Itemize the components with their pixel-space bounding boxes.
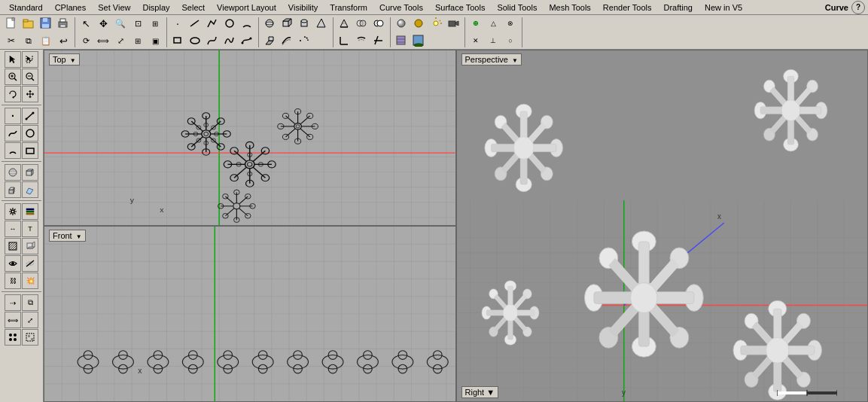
viewport-front[interactable]: x Front ▼ xyxy=(44,226,456,402)
tool-annotation[interactable]: T xyxy=(22,221,38,237)
tool-arc-draw[interactable] xyxy=(5,142,21,159)
toolbar-print[interactable] xyxy=(55,15,72,32)
toolbar-interpolate[interactable] xyxy=(239,32,255,49)
viewport-perspective-label[interactable]: Perspective ▼ xyxy=(461,53,522,65)
menu-viewport-layout[interactable]: Viewport Layout xyxy=(211,2,282,14)
tool-join[interactable]: ⛓ xyxy=(5,273,21,289)
tool-group-obj[interactable] xyxy=(22,329,38,346)
tool-select-window[interactable] xyxy=(22,51,38,68)
menu-select[interactable]: Select xyxy=(176,2,212,14)
tool-move[interactable]: ⇢ xyxy=(5,294,21,311)
toolbar-box[interactable] xyxy=(279,15,295,32)
tool-hide[interactable] xyxy=(22,255,38,272)
tool-line-draw[interactable] xyxy=(22,108,38,124)
tool-settings[interactable] xyxy=(5,203,21,220)
toolbar-revolve[interactable] xyxy=(296,32,312,49)
menu-solid-tools[interactable]: Solid Tools xyxy=(491,2,543,14)
toolbar-cut[interactable]: ✂ xyxy=(3,32,20,49)
toolbar-scale[interactable]: ⤢ xyxy=(112,32,129,49)
toolbar-circle[interactable] xyxy=(221,15,238,32)
toolbar-undo[interactable]: ↩ xyxy=(55,32,72,49)
toolbar-cylinder[interactable] xyxy=(296,15,312,32)
toolbar-camera[interactable] xyxy=(445,15,461,32)
tool-dim[interactable]: ↔ xyxy=(5,221,21,237)
tool-hatch[interactable] xyxy=(5,238,21,254)
tool-curve-draw[interactable] xyxy=(5,125,21,142)
toolbar-light[interactable] xyxy=(428,15,444,32)
help-button[interactable]: ? xyxy=(851,1,865,14)
toolbar-extrude[interactable] xyxy=(261,32,278,49)
tool-box-3d[interactable] xyxy=(22,164,38,181)
toolbar-mesh[interactable] xyxy=(336,15,352,32)
toolbar-line[interactable] xyxy=(187,15,203,32)
toolbar-zoom-extents[interactable]: ⊡ xyxy=(129,15,146,32)
toolbar-snap-int[interactable]: ✕ xyxy=(468,32,484,49)
toolbar-new[interactable] xyxy=(3,15,20,32)
toolbar-snap-near[interactable]: ⊗ xyxy=(502,15,519,32)
toolbar-point[interactable]: · xyxy=(169,15,186,32)
toolbar-snap-tan[interactable]: ○ xyxy=(502,32,519,49)
tool-circle-draw[interactable] xyxy=(22,125,38,142)
toolbar-sphere[interactable] xyxy=(261,15,278,32)
tool-sphere-3d[interactable] xyxy=(5,164,21,181)
menu-surface-tools[interactable]: Surface Tools xyxy=(429,2,491,14)
viewport-top[interactable]: y x xyxy=(44,50,456,226)
menu-visibility[interactable]: Visibility xyxy=(282,2,324,14)
tool-mirror-obj[interactable]: ⟺ xyxy=(5,312,21,328)
tool-rect-draw[interactable] xyxy=(22,142,38,159)
tool-layer[interactable] xyxy=(22,203,38,220)
toolbar-open[interactable] xyxy=(20,15,37,32)
toolbar-pan[interactable]: ✥ xyxy=(95,15,111,32)
toolbar-paste[interactable]: 📋 xyxy=(38,32,54,49)
menu-cplanes[interactable]: CPlanes xyxy=(49,2,93,14)
toolbar-arc[interactable] xyxy=(239,15,255,32)
menu-curve-tools[interactable]: Curve Tools xyxy=(373,2,429,14)
menu-display[interactable]: Display xyxy=(136,2,175,14)
tool-array-obj[interactable] xyxy=(5,329,21,346)
toolbar-ellipse[interactable] xyxy=(187,32,203,49)
tool-zoom[interactable] xyxy=(5,69,21,85)
menu-setview[interactable]: Set View xyxy=(92,2,136,14)
tool-point[interactable]: · xyxy=(5,108,21,124)
tool-show[interactable] xyxy=(5,255,21,272)
toolbar-rect[interactable] xyxy=(169,32,186,49)
toolbar-spline[interactable] xyxy=(221,32,238,49)
toolbar-snap-perp[interactable]: ⊥ xyxy=(485,32,501,49)
toolbar-select-arrow[interactable]: ↖ xyxy=(78,15,94,32)
tool-extrude-3d[interactable] xyxy=(5,181,21,198)
toolbar-texture[interactable] xyxy=(393,32,410,49)
viewport-top-label[interactable]: Top ▼ xyxy=(49,53,80,65)
toolbar-offset[interactable] xyxy=(353,32,370,49)
tool-block[interactable] xyxy=(22,238,38,254)
tool-rotate[interactable] xyxy=(5,86,21,102)
toolbar-snap-mid[interactable]: △ xyxy=(485,15,501,32)
viewport-front-label[interactable]: Front ▼ xyxy=(49,230,86,242)
tool-select[interactable] xyxy=(5,51,21,68)
toolbar-cone[interactable] xyxy=(313,15,330,32)
menu-transform[interactable]: Transform xyxy=(324,2,373,14)
toolbar-boolean-diff[interactable] xyxy=(370,15,387,32)
toolbar-render-preview[interactable] xyxy=(393,15,410,32)
toolbar-fillet[interactable] xyxy=(336,32,352,49)
tool-explode[interactable]: 💥 xyxy=(22,273,38,289)
toolbar-copy[interactable]: ⧉ xyxy=(20,32,37,49)
toolbar-trim[interactable] xyxy=(370,32,387,49)
menu-standard[interactable]: Standard xyxy=(3,2,49,14)
toolbar-material[interactable] xyxy=(410,15,427,32)
menu-mesh-tools[interactable]: Mesh Tools xyxy=(543,2,596,14)
menu-new-in-v5[interactable]: New in V5 xyxy=(699,2,748,14)
toolbar-array[interactable]: ⊞ xyxy=(129,32,146,49)
menu-render-tools[interactable]: Render Tools xyxy=(597,2,658,14)
viewport-right-label[interactable]: Right ▼ xyxy=(461,386,499,398)
tool-scale-obj[interactable]: ⤢ xyxy=(22,312,38,328)
toolbar-zoom-selected[interactable]: ⊞ xyxy=(147,15,163,32)
toolbar-curve[interactable] xyxy=(204,32,221,49)
toolbar-save[interactable] xyxy=(38,15,54,32)
toolbar-zoom-window[interactable]: 🔍 xyxy=(112,15,129,32)
toolbar-snap-end[interactable]: ⊕ xyxy=(468,15,484,32)
tool-copy-obj[interactable]: ⧉ xyxy=(22,294,38,311)
tool-pan[interactable] xyxy=(22,86,38,102)
menu-drafting[interactable]: Drafting xyxy=(657,2,699,14)
toolbar-polyline[interactable] xyxy=(204,15,221,32)
toolbar-boolean-union[interactable] xyxy=(353,15,370,32)
